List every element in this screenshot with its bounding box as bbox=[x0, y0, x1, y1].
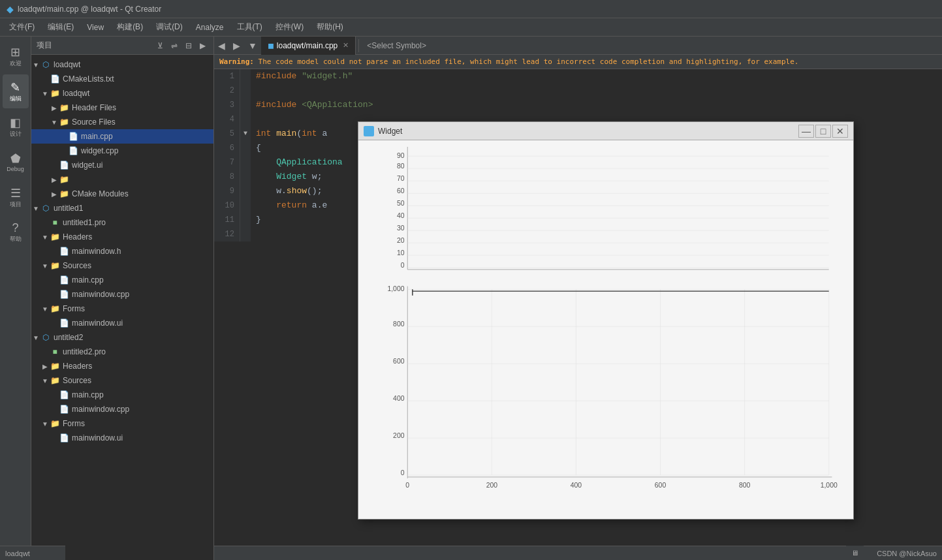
tree-label: Sources bbox=[63, 376, 91, 385]
tree-item-main-cpp[interactable]: 📄 main.cpp bbox=[31, 129, 213, 144]
tree-item-forms2[interactable]: ▼ 📁 Forms bbox=[31, 416, 213, 431]
tree-item-header-files[interactable]: ▶ 📁 Header Files bbox=[31, 101, 213, 115]
editor-tabs: ◀ ▶ ▼ ◼ loadqwt/main.cpp ✕ <Select Symbo… bbox=[214, 37, 942, 55]
widget-window: Widget — □ ✕ 0 10 20 bbox=[358, 121, 854, 520]
svg-text:40: 40 bbox=[397, 212, 405, 219]
code-line-2: 2 bbox=[214, 84, 942, 98]
menu-item-b[interactable]: 构建(B) bbox=[110, 19, 149, 35]
tree-item-mainwindow-cpp[interactable]: 📄 mainwindow.cpp bbox=[31, 287, 213, 302]
menu-item-view[interactable]: View bbox=[80, 20, 110, 35]
tree-item-forms1[interactable]: ▼ 📁 Forms bbox=[31, 302, 213, 316]
tab-nav-left[interactable]: ◀ bbox=[214, 40, 229, 51]
main-layout: ⊞欢迎✎编辑◧设计⬟Debug☰项目?帮助 项目 ⊻ ⇌ ⊟ ▶ ▼ ⬡ loa… bbox=[0, 37, 942, 560]
menu-item-f[interactable]: 文件(F) bbox=[3, 19, 41, 35]
project-toolbar: 项目 ⊻ ⇌ ⊟ ▶ bbox=[31, 37, 213, 55]
menu-item-w[interactable]: 控件(W) bbox=[269, 19, 310, 35]
widget-titlebar[interactable]: Widget — □ ✕ bbox=[358, 122, 853, 140]
select-symbol[interactable]: <Select Symbol> bbox=[362, 41, 432, 50]
tab-separator bbox=[358, 39, 359, 52]
widget-minimize-btn[interactable]: — bbox=[798, 125, 814, 138]
svg-text:400: 400 bbox=[571, 482, 582, 489]
svg-text:600: 600 bbox=[393, 358, 405, 365]
tree-item-headers-angle[interactable]: ▶ 📁 bbox=[31, 172, 213, 187]
widget-window-title: Widget bbox=[378, 127, 797, 136]
menu-item-d[interactable]: 调试(D) bbox=[149, 19, 189, 35]
menubar: 文件(F)编辑(E)View构建(B)调试(D)Analyze工具(T)控件(W… bbox=[0, 18, 942, 37]
tree-item-sources1[interactable]: ▼ 📁 Sources bbox=[31, 258, 213, 273]
tree-label: untitled1.pro bbox=[63, 218, 106, 227]
svg-text:30: 30 bbox=[397, 225, 405, 232]
svg-text:1,000: 1,000 bbox=[387, 285, 404, 292]
tree-item-cmake-modules[interactable]: ▶ 📁 CMake Modules bbox=[31, 187, 213, 201]
expand-btn[interactable]: ▶ bbox=[197, 40, 208, 52]
tree-item-loadqwt-sub[interactable]: ▼ 📁 loadqwt bbox=[31, 86, 213, 101]
tree-item-mainwindow-h[interactable]: 📄 mainwindow.h bbox=[31, 244, 213, 258]
tree-item-mainwindow-ui-2[interactable]: 📄 mainwindow.ui bbox=[31, 431, 213, 445]
statusbar: CSDN @NickAsuo bbox=[214, 546, 942, 560]
menu-item-analyze[interactable]: Analyze bbox=[189, 20, 230, 35]
code-line-3: 3 #include <QApplication> bbox=[214, 98, 942, 112]
svg-text:90: 90 bbox=[397, 152, 405, 159]
code-editor[interactable]: 1 #include "widget.h" 2 3 #include <QApp… bbox=[214, 69, 942, 546]
sidebar-icon-项目[interactable]: ☰项目 bbox=[3, 180, 29, 214]
tree-item-main-cpp-2[interactable]: 📄 main.cpp bbox=[31, 273, 213, 287]
svg-text:200: 200 bbox=[393, 432, 405, 439]
widget-maximize-btn[interactable]: □ bbox=[815, 125, 831, 138]
svg-text:60: 60 bbox=[397, 187, 405, 194]
chart-svg: 0 10 20 30 40 50 60 70 80 90 100 bbox=[365, 147, 847, 512]
tree-item-source-files[interactable]: ▼ 📁 Source Files bbox=[31, 115, 213, 129]
filter-btn[interactable]: ⊻ bbox=[155, 40, 166, 52]
tree-label: Forms bbox=[63, 304, 85, 313]
tree-label: untitled1 bbox=[54, 204, 83, 213]
tree-item-headers1[interactable]: ▼ 📁 Headers bbox=[31, 230, 213, 244]
monitor-icon-bar: 🖥 bbox=[846, 546, 864, 560]
tab-file-icon: ◼ bbox=[268, 41, 274, 50]
tree-label: main.cpp bbox=[81, 132, 113, 141]
tab-close-btn[interactable]: ✕ bbox=[343, 41, 349, 50]
tree-item-untitled2[interactable]: ▼ ⬡ untitled2 bbox=[31, 330, 213, 345]
menu-item-e[interactable]: 编辑(E) bbox=[41, 19, 80, 35]
tree-item-untitled1[interactable]: ▼ ⬡ untitled1 bbox=[31, 201, 213, 215]
monitor-icon: 🖥 bbox=[851, 549, 858, 557]
svg-text:0: 0 bbox=[405, 482, 409, 489]
svg-text:80: 80 bbox=[397, 163, 405, 170]
tree-item-cmakelists[interactable]: 📄 CMakeLists.txt bbox=[31, 72, 213, 86]
sidebar-icon-欢迎[interactable]: ⊞欢迎 bbox=[3, 39, 29, 73]
tree-item-untitled1-pro[interactable]: ■ untitled1.pro bbox=[31, 215, 213, 230]
tree-item-untitled2-pro[interactable]: ■ untitled2.pro bbox=[31, 345, 213, 359]
tree-item-main-cpp-3[interactable]: 📄 main.cpp bbox=[31, 388, 213, 402]
collapse-btn[interactable]: ⊟ bbox=[183, 40, 195, 52]
menu-item-h[interactable]: 帮助(H) bbox=[310, 19, 350, 35]
tree-item-sources2[interactable]: ▼ 📁 Sources bbox=[31, 373, 213, 388]
tree-item-loadqwt-root[interactable]: ▼ ⬡ loadqwt bbox=[31, 57, 213, 72]
tree-label: loadqwt bbox=[54, 60, 80, 69]
titlebar: ◆ loadqwt/main.cpp @ loadqwt - Qt Creato… bbox=[0, 0, 942, 18]
tab-nav-right[interactable]: ▶ bbox=[229, 40, 244, 51]
tree-label: mainwindow.cpp bbox=[72, 290, 129, 299]
svg-text:10: 10 bbox=[397, 249, 405, 257]
menu-item-t[interactable]: 工具(T) bbox=[230, 19, 269, 35]
app-icon: ◆ bbox=[7, 4, 14, 14]
sidebar-icon-设计[interactable]: ◧设计 bbox=[3, 110, 29, 144]
sidebar-icon-Debug[interactable]: ⬟Debug bbox=[3, 145, 29, 179]
bottom-bar: loadqwt bbox=[0, 546, 65, 560]
sync-btn[interactable]: ⇌ bbox=[168, 40, 180, 52]
svg-text:70: 70 bbox=[397, 175, 405, 182]
sidebar-icon-帮助[interactable]: ?帮助 bbox=[3, 215, 29, 249]
tree-item-widget-ui[interactable]: 📄 widget.ui bbox=[31, 158, 213, 172]
tree-label: Headers bbox=[63, 232, 92, 241]
tree-label: mainwindow.ui bbox=[72, 319, 123, 328]
tab-nav-down[interactable]: ▼ bbox=[244, 40, 261, 51]
svg-text:200: 200 bbox=[486, 482, 498, 489]
widget-close-btn[interactable]: ✕ bbox=[832, 125, 848, 138]
tree-item-mainwindow-cpp-2[interactable]: 📄 mainwindow.cpp bbox=[31, 402, 213, 416]
sidebar-icon-编辑[interactable]: ✎编辑 bbox=[3, 74, 29, 108]
tree-item-widget-cpp[interactable]: 📄 widget.cpp bbox=[31, 144, 213, 158]
editor-tab-main[interactable]: ◼ loadqwt/main.cpp ✕ bbox=[261, 37, 356, 55]
tree-item-mainwindow-ui[interactable]: 📄 mainwindow.ui bbox=[31, 316, 213, 330]
warning-bar: Warning: The code model could not parse … bbox=[214, 55, 942, 69]
tree-item-headers2[interactable]: ▶ 📁 Headers bbox=[31, 359, 213, 373]
tree-label: main.cpp bbox=[72, 275, 104, 285]
tree-label: mainwindow.ui bbox=[72, 433, 123, 443]
tree-label: mainwindow.h bbox=[72, 247, 121, 256]
